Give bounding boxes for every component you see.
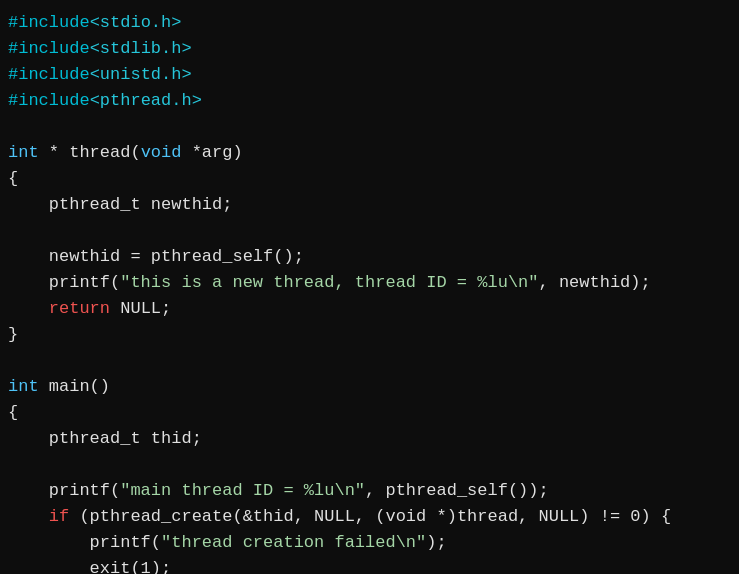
- code-token: main(): [39, 377, 110, 396]
- code-line: }: [8, 322, 731, 348]
- code-token: (: [130, 143, 140, 162]
- code-line: {: [8, 400, 731, 426]
- code-token: printf(: [8, 533, 161, 552]
- code-line: pthread_t thid;: [8, 426, 731, 452]
- code-token: {: [8, 169, 18, 188]
- code-token: return: [49, 299, 110, 318]
- code-line: int * thread(void *arg): [8, 140, 731, 166]
- code-token: pthread_t thid;: [8, 429, 202, 448]
- code-line: newthid = pthread_self();: [8, 244, 731, 270]
- code-content: #include<stdio.h>#include<stdlib.h>#incl…: [8, 10, 731, 574]
- code-token: thread: [69, 143, 130, 162]
- code-line: [8, 452, 731, 478]
- code-line: int main(): [8, 374, 731, 400]
- code-line: exit(1);: [8, 556, 731, 574]
- code-token: pthread_t newthid;: [8, 195, 232, 214]
- code-editor: #include<stdio.h>#include<stdlib.h>#incl…: [0, 0, 739, 574]
- code-token: void: [141, 143, 182, 162]
- code-line: printf("thread creation failed\n");: [8, 530, 731, 556]
- code-token: *: [39, 143, 70, 162]
- code-token: "this is a new thread, thread ID = %lu\n…: [120, 273, 538, 292]
- code-token: [8, 507, 49, 526]
- code-token: #include: [8, 13, 90, 32]
- code-line: #include<stdio.h>: [8, 10, 731, 36]
- code-token: "main thread ID = %lu\n": [120, 481, 365, 500]
- code-token: "thread creation failed\n": [161, 533, 426, 552]
- code-line: [8, 114, 731, 140]
- code-line: printf("main thread ID = %lu\n", pthread…: [8, 478, 731, 504]
- code-token: int: [8, 377, 39, 396]
- code-token: );: [426, 533, 446, 552]
- code-token: <unistd.h>: [90, 65, 192, 84]
- code-token: NULL;: [110, 299, 171, 318]
- code-token: <stdio.h>: [90, 13, 182, 32]
- code-token: , pthread_self());: [365, 481, 549, 500]
- code-line: [8, 348, 731, 374]
- code-token: <stdlib.h>: [90, 39, 192, 58]
- code-line: #include<pthread.h>: [8, 88, 731, 114]
- code-token: #include: [8, 39, 90, 58]
- code-token: }: [8, 325, 18, 344]
- code-line: printf("this is a new thread, thread ID …: [8, 270, 731, 296]
- code-token: exit(1);: [8, 559, 171, 574]
- code-line: if (pthread_create(&thid, NULL, (void *)…: [8, 504, 731, 530]
- code-line: [8, 218, 731, 244]
- code-token: #include: [8, 65, 90, 84]
- code-token: <pthread.h>: [90, 91, 202, 110]
- code-token: newthid = pthread_self();: [8, 247, 304, 266]
- code-token: if: [49, 507, 69, 526]
- code-token: #include: [8, 91, 90, 110]
- code-line: #include<unistd.h>: [8, 62, 731, 88]
- code-token: , newthid);: [539, 273, 651, 292]
- code-token: int: [8, 143, 39, 162]
- code-token: printf(: [8, 273, 120, 292]
- code-token: [8, 299, 49, 318]
- code-line: return NULL;: [8, 296, 731, 322]
- code-line: #include<stdlib.h>: [8, 36, 731, 62]
- code-line: pthread_t newthid;: [8, 192, 731, 218]
- code-token: {: [8, 403, 18, 422]
- code-token: printf(: [8, 481, 120, 500]
- code-token: thread: [457, 507, 518, 526]
- code-token: *arg): [181, 143, 242, 162]
- code-token: , NULL) != 0) {: [518, 507, 671, 526]
- code-token: (pthread_create(&thid, NULL, (void *): [69, 507, 457, 526]
- code-line: {: [8, 166, 731, 192]
